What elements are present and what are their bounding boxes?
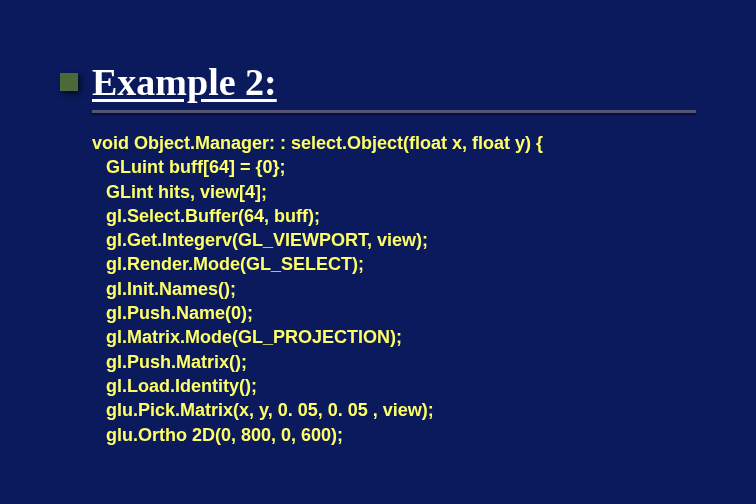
slide: Example 2: void Object.Manager: : select… — [0, 0, 756, 504]
code-block: void Object.Manager: : select.Object(flo… — [92, 131, 696, 447]
code-line: gl.Push.Matrix(); — [92, 350, 696, 374]
bullet-icon — [60, 73, 78, 91]
title-underline — [92, 110, 696, 113]
code-line: GLint hits, view[4]; — [92, 180, 696, 204]
code-line: gl.Select.Buffer(64, buff); — [92, 204, 696, 228]
code-line: gl.Push.Name(0); — [92, 301, 696, 325]
code-line: gl.Load.Identity(); — [92, 374, 696, 398]
code-line: glu.Pick.Matrix(x, y, 0. 05, 0. 05 , vie… — [92, 398, 696, 422]
code-line: gl.Init.Names(); — [92, 277, 696, 301]
code-line: GLuint buff[64] = {0}; — [92, 155, 696, 179]
code-line: gl.Render.Mode(GL_SELECT); — [92, 252, 696, 276]
code-line: void Object.Manager: : select.Object(flo… — [92, 131, 696, 155]
title-row: Example 2: — [60, 60, 696, 104]
slide-title: Example 2: — [92, 60, 277, 104]
code-line: gl.Get.Integerv(GL_VIEWPORT, view); — [92, 228, 696, 252]
code-line: gl.Matrix.Mode(GL_PROJECTION); — [92, 325, 696, 349]
code-line: glu.Ortho 2D(0, 800, 0, 600); — [92, 423, 696, 447]
